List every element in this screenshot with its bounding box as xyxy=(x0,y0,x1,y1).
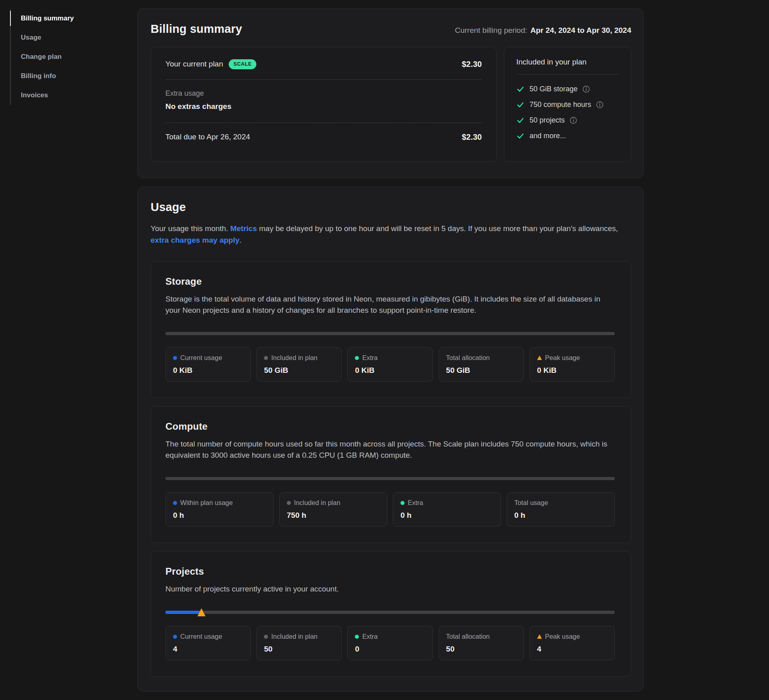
plan-badge: SCALE xyxy=(229,59,256,69)
compute-stats: Within plan usage 0 h Included in plan 7… xyxy=(165,492,615,527)
stat-label: Total usage xyxy=(514,499,548,507)
stat-label: Peak usage xyxy=(545,354,580,362)
stat-label: Current usage xyxy=(180,633,222,640)
stat-extra: Extra 0 h xyxy=(393,492,501,527)
projects-progress-fill xyxy=(165,611,201,614)
stat-total-usage: Total usage 0 h xyxy=(507,492,615,527)
stat-extra: Extra 0 xyxy=(347,626,433,660)
check-icon xyxy=(516,116,525,125)
peak-usage-marker-icon xyxy=(197,608,205,616)
stat-value: 50 xyxy=(446,645,516,654)
stat-value: 0 KiB xyxy=(355,366,425,375)
usage-intro: Your usage this month. Metrics may be de… xyxy=(151,223,623,246)
plan-price: $2.30 xyxy=(462,60,482,69)
stat-current-usage: Current usage 0 KiB xyxy=(165,347,251,382)
stat-label: Within plan usage xyxy=(180,499,233,507)
extra-dot-icon xyxy=(355,356,359,360)
included-item-label: and more... xyxy=(529,132,566,140)
info-icon[interactable] xyxy=(570,117,577,124)
included-item-label: 50 projects xyxy=(529,116,565,125)
stat-value: 0 h xyxy=(401,511,493,520)
current-usage-dot-icon xyxy=(173,635,177,639)
check-icon xyxy=(516,85,525,93)
billing-summary-title: Billing summary xyxy=(151,22,242,36)
stat-extra: Extra 0 KiB xyxy=(347,347,433,382)
extra-dot-icon xyxy=(401,501,405,505)
stat-within-plan-usage: Within plan usage 0 h xyxy=(165,492,274,527)
projects-description: Number of projects currently active in y… xyxy=(165,583,615,595)
billing-summary-card: Billing summary Current billing period:A… xyxy=(137,8,644,178)
divider xyxy=(165,79,482,80)
usage-intro-text: Your usage this month. xyxy=(151,224,230,233)
stat-value: 4 xyxy=(537,645,607,654)
projects-progress-bar xyxy=(165,611,615,614)
included-dot-icon xyxy=(287,501,291,505)
billing-sidebar: Billing summary Usage Change plan Billin… xyxy=(10,9,126,105)
extra-charges-link[interactable]: extra charges may apply xyxy=(151,236,240,244)
included-item-label: 750 compute hours xyxy=(529,101,591,109)
current-usage-dot-icon xyxy=(173,356,177,360)
sidebar-item-invoices[interactable]: Invoices xyxy=(11,86,126,105)
stat-value: 750 h xyxy=(287,511,380,520)
usage-title: Usage xyxy=(151,201,631,214)
current-plan-row: Your current plan SCALE $2.30 xyxy=(165,59,482,69)
stat-value: 0 h xyxy=(173,511,266,520)
extra-usage-value: No extras charges xyxy=(165,102,482,111)
stat-label: Total allocation xyxy=(446,633,490,640)
stat-label: Included in plan xyxy=(294,499,340,507)
compute-title: Compute xyxy=(165,421,615,432)
billing-summary-header: Billing summary Current billing period:A… xyxy=(151,22,631,36)
info-icon[interactable] xyxy=(582,85,590,93)
storage-title: Storage xyxy=(165,276,615,287)
sidebar-item-billing-summary[interactable]: Billing summary xyxy=(11,9,126,28)
stat-value: 50 xyxy=(264,645,334,654)
stat-included-in-plan: Included in plan 50 GiB xyxy=(256,347,342,382)
storage-description: Storage is the total volume of data and … xyxy=(165,294,615,316)
metrics-link[interactable]: Metrics xyxy=(230,224,257,233)
stat-value: 50 GiB xyxy=(264,366,334,375)
info-icon[interactable] xyxy=(596,101,604,109)
compute-description: The total number of compute hours used s… xyxy=(165,439,615,461)
stat-label: Peak usage xyxy=(545,633,580,640)
included-item-storage: 50 GiB storage xyxy=(516,84,619,94)
storage-section: Storage Storage is the total volume of d… xyxy=(151,261,631,398)
within-plan-dot-icon xyxy=(173,501,177,505)
stat-label: Included in plan xyxy=(271,633,318,640)
divider xyxy=(165,123,482,123)
included-in-plan-title: Included in your plan xyxy=(516,58,619,66)
extra-usage-label: Extra usage xyxy=(165,89,482,98)
peak-usage-triangle-icon xyxy=(537,634,542,639)
sidebar-item-change-plan[interactable]: Change plan xyxy=(11,47,126,66)
stat-value: 0 KiB xyxy=(537,366,607,375)
stat-label: Extra xyxy=(408,499,423,507)
stat-value: 0 xyxy=(355,645,425,654)
current-plan-panel: Your current plan SCALE $2.30 Extra usag… xyxy=(151,47,497,162)
included-dot-icon xyxy=(264,635,268,639)
peak-usage-triangle-icon xyxy=(537,356,542,360)
included-dot-icon xyxy=(264,356,268,360)
included-item-label: 50 GiB storage xyxy=(529,85,578,93)
usage-intro-text: . xyxy=(240,236,242,244)
main-content: Billing summary Current billing period:A… xyxy=(137,8,644,692)
storage-progress-bar xyxy=(165,332,615,335)
check-icon xyxy=(516,132,525,140)
current-plan-label: Your current plan xyxy=(165,60,223,68)
stat-label: Included in plan xyxy=(271,354,318,362)
compute-section: Compute The total number of compute hour… xyxy=(151,406,631,543)
total-due-value: $2.30 xyxy=(462,133,482,142)
total-due-row: Total due to Apr 26, 2024 $2.30 xyxy=(165,133,482,142)
included-item-more: and more... xyxy=(516,131,619,141)
stat-included-in-plan: Included in plan 50 xyxy=(256,626,342,660)
stat-value: 50 GiB xyxy=(446,366,516,375)
sidebar-item-billing-info[interactable]: Billing info xyxy=(11,66,126,86)
stat-label: Current usage xyxy=(180,354,222,362)
sidebar-item-usage[interactable]: Usage xyxy=(11,28,126,47)
stat-current-usage: Current usage 4 xyxy=(165,626,251,660)
stat-value: 0 KiB xyxy=(173,366,243,375)
storage-stats: Current usage 0 KiB Included in plan 50 … xyxy=(165,347,615,382)
usage-card: Usage Your usage this month. Metrics may… xyxy=(137,187,644,692)
included-item-projects: 50 projects xyxy=(516,115,619,125)
billing-period-value: Apr 24, 2024 to Apr 30, 2024 xyxy=(530,26,631,34)
projects-title: Projects xyxy=(165,566,615,577)
stat-peak-usage: Peak usage 0 KiB xyxy=(529,347,615,382)
